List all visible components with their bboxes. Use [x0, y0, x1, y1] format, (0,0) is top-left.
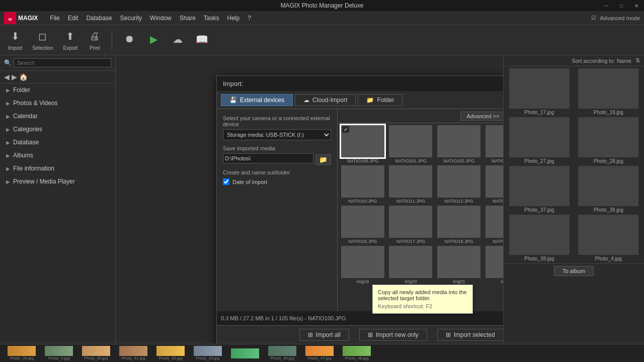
menu-security[interactable]: Security [116, 14, 146, 23]
browse-folder-button[interactable]: 📁 [315, 154, 331, 165]
filmstrip-item[interactable]: Photo_42.jpg [153, 346, 188, 360]
sidebar-item-categories[interactable]: ▶ Categories [0, 123, 115, 136]
image-filename: NATIO101.JPG [395, 158, 427, 163]
close-window-button[interactable]: ✕ [629, 0, 644, 11]
toolbar-import[interactable]: ⬇ Import [8, 29, 22, 51]
right-image-label: Photo_4.jpg [595, 256, 622, 261]
filmstrip-item[interactable]: Photo_40.jpg [78, 346, 114, 360]
right-panel-image[interactable]: Photo_27.jpg [506, 117, 573, 164]
tab-folder[interactable]: 📁 Folder [358, 94, 403, 106]
toolbar-cloud[interactable]: ☁ [171, 32, 185, 48]
right-panel-image[interactable]: Photo_17.jpg [506, 68, 573, 115]
image-grid-item[interactable]: img19 [340, 246, 386, 284]
toolbar-print[interactable]: 🖨 Print [88, 29, 102, 51]
sidebar-label-albums: Albums [13, 152, 33, 159]
import-tabs: 💾 External devices ☁ Cloud-Import 📁 Fold… [217, 91, 503, 109]
sidebar-item-calendar[interactable]: ▶ Calendar [0, 110, 115, 123]
image-grid-item[interactable]: NATIO17.JPG [388, 206, 434, 244]
nav-home-button[interactable]: 🏠 [19, 73, 28, 81]
toolbar-selection[interactable]: ◻ Selection [32, 29, 53, 51]
image-grid-item[interactable]: NATIO18.JPG [436, 206, 482, 244]
menu-share[interactable]: Share [176, 14, 200, 23]
folder-arrow-icon: ▶ [6, 87, 10, 93]
right-panel-image[interactable]: Photo_28.jpg [575, 117, 642, 164]
search-input[interactable] [14, 58, 111, 67]
image-grid-item[interactable]: NATIO13.JPG [484, 165, 503, 204]
advanced-button[interactable]: Advanced >> [460, 112, 503, 121]
image-grid-item[interactable]: ✓ NATIO100.JPG [340, 125, 386, 163]
nav-back-button[interactable]: ◀ [4, 73, 10, 81]
sidebar-label-photos: Photos & Videos [13, 100, 58, 107]
toolbar-export[interactable]: ⬆ Export [63, 29, 77, 51]
filmstrip-item[interactable] [227, 348, 263, 358]
toolbar-play[interactable]: ▶ [146, 32, 160, 48]
advanced-mode-label: Advanced mode [600, 15, 640, 21]
nav-forward-button[interactable]: ▶ [12, 73, 17, 81]
filmstrip-item[interactable]: Photo_41.jpg [116, 346, 151, 360]
menu-right-controls: ☑ Advanced mode [591, 15, 640, 21]
image-grid-item[interactable]: NATIO12.JPG [436, 165, 482, 204]
image-grid-item[interactable]: NATIO11.JPG [388, 165, 434, 204]
image-grid-item[interactable]: NATIO103.JPG [484, 125, 503, 163]
export-label: Export [63, 45, 77, 51]
toolbar-separator-1 [112, 30, 112, 50]
right-panel-image[interactable]: Photo_18.jpg [575, 68, 642, 115]
image-filename: NATIO19.JPG [493, 239, 503, 244]
sidebar-item-photos-videos[interactable]: ▶ Photos & Videos [0, 97, 115, 110]
right-panel-image[interactable]: Photo_38.jpg [575, 166, 642, 213]
menu-file[interactable]: File [46, 14, 63, 23]
app-logo: M MAGIX [4, 12, 38, 24]
image-grid-item[interactable]: img21 [436, 246, 482, 284]
image-grid-item[interactable]: NATIO10.JPG [340, 165, 386, 204]
image-grid-item[interactable]: NATIO101.JPG [388, 125, 434, 163]
menu-question[interactable]: ? [244, 14, 255, 23]
menu-help[interactable]: Help [223, 14, 244, 23]
filmstrip-item[interactable]: Photo_48.jpg [339, 346, 374, 360]
sidebar-item-file-info[interactable]: ▶ File information [0, 162, 115, 175]
right-image-label: Photo_27.jpg [524, 158, 554, 164]
minimize-button[interactable]: ─ [599, 0, 614, 11]
filmstrip-item[interactable]: Photo_43.jpg [190, 346, 225, 360]
toolbar-open[interactable]: 📖 [195, 32, 209, 48]
window-controls[interactable]: ─ □ ✕ [599, 0, 644, 11]
play-icon: ▶ [146, 32, 160, 46]
cloud-icon: ☁ [171, 32, 185, 46]
date-checkbox[interactable] [223, 178, 229, 185]
sidebar-item-database[interactable]: ▶ Database [0, 136, 115, 149]
filmstrip-item[interactable]: Photo_46.jpg [265, 346, 300, 360]
to-album-button[interactable]: To album [554, 266, 594, 276]
print-icon: 🖨 [88, 29, 102, 43]
storage-select[interactable]: Storage media: USB-STICK (I:) [223, 129, 331, 140]
filmstrip-item[interactable]: Photo_39.jpg [4, 346, 39, 360]
film-label: Photo_42.jpg [158, 356, 182, 360]
menu-edit[interactable]: Edit [64, 14, 83, 23]
image-grid-item[interactable]: img20 [388, 246, 434, 284]
image-grid-item[interactable]: NATIO102.JPG [436, 125, 482, 163]
tab-external-devices[interactable]: 💾 External devices [221, 94, 293, 106]
tab-cloud-import[interactable]: ☁ Cloud-Import [295, 94, 356, 106]
menu-window[interactable]: Window [146, 14, 176, 23]
right-panel-image[interactable]: Photo_37.jpg [506, 166, 573, 213]
menu-tasks[interactable]: Tasks [200, 14, 223, 23]
sidebar-item-folder[interactable]: ▶ Folder [0, 83, 115, 97]
right-panel-image[interactable]: Photo_4.jpg [575, 215, 642, 261]
toolbar-record[interactable]: ⏺ [122, 32, 136, 48]
right-panel-image[interactable]: Photo_39.jpg [506, 215, 573, 261]
filmstrip-item[interactable]: Photo_4.jpg [41, 346, 76, 360]
sidebar: 🔍 ◀ ▶ 🏠 ▶ Folder ▶ Photos & Videos ▶ Cal… [0, 55, 116, 344]
import-all-button[interactable]: ⊞ Import all [299, 329, 349, 341]
filmstrip-item[interactable]: Photo_47.jpg [302, 346, 337, 360]
maximize-button[interactable]: □ [614, 0, 629, 11]
save-path-input[interactable] [223, 153, 313, 163]
date-checkbox-row: Date of import [223, 178, 331, 185]
import-selected-button[interactable]: ⊞ Import selected [437, 329, 503, 341]
import-new-button[interactable]: ⊞ Import new only [359, 329, 427, 341]
import-body: Select your camera or a connected extern… [217, 109, 503, 311]
sidebar-items: ▶ Folder ▶ Photos & Videos ▶ Calendar ▶ … [0, 83, 115, 188]
sidebar-item-albums[interactable]: ▶ Albums [0, 149, 115, 162]
image-grid-item[interactable]: NATIO19.JPG [484, 206, 503, 244]
image-grid-item[interactable]: img22 [484, 246, 503, 284]
sidebar-item-preview[interactable]: ▶ Preview / Media Player [0, 175, 115, 188]
menu-database[interactable]: Database [82, 14, 116, 23]
image-grid-item[interactable]: NATIO16.JPG [340, 206, 386, 244]
